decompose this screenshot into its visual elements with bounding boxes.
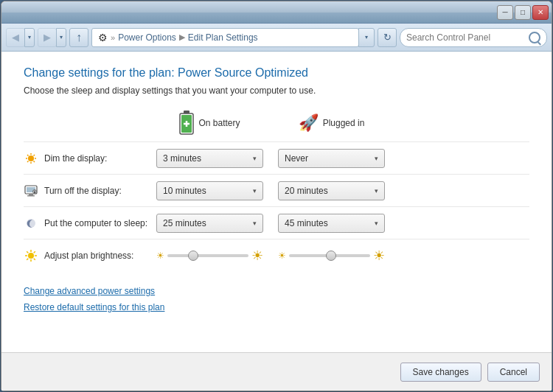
page-title: Change settings for the plan: Power Sour… bbox=[24, 66, 529, 80]
main-content: Change settings for the plan: Power Sour… bbox=[1, 52, 552, 352]
svg-line-29 bbox=[27, 258, 28, 259]
search-icon bbox=[529, 32, 540, 43]
links-section: Change advanced power settings Restore d… bbox=[24, 286, 529, 312]
restore-defaults-link[interactable]: Restore default settings for this plan bbox=[24, 302, 529, 312]
brightness-battery-thumb bbox=[188, 251, 198, 261]
turn-off-plugged-dropdown[interactable]: 20 minutes ▾ bbox=[278, 181, 385, 200]
back-button[interactable]: ◀ bbox=[6, 28, 25, 47]
plugged-in-header: 🚀 Plugged in bbox=[278, 113, 385, 133]
sun-brightness-icon bbox=[24, 248, 38, 263]
svg-rect-17 bbox=[27, 195, 35, 197]
sleep-plugged-value: 45 minutes bbox=[285, 218, 328, 228]
svg-line-13 bbox=[27, 161, 29, 162]
turn-off-plugged-value: 20 minutes bbox=[285, 186, 328, 196]
forward-dropdown-button[interactable]: ▾ bbox=[56, 28, 66, 47]
title-bar: ─ □ ✕ bbox=[1, 1, 552, 24]
brightness-battery-track bbox=[167, 254, 248, 257]
svg-point-21 bbox=[28, 253, 34, 259]
plugged-in-label: Plugged in bbox=[323, 118, 365, 128]
sleep-plugged-arrow: ▾ bbox=[375, 220, 378, 227]
moon-icon bbox=[24, 216, 38, 231]
dim-display-label: Dim the display: bbox=[24, 151, 156, 166]
brightness-battery-max-icon: ☀ bbox=[251, 248, 263, 264]
main-window: ─ □ ✕ ◀ ▾ ▶ ▾ ↑ ⚙ » Power Options ▶ Edit… bbox=[1, 1, 552, 391]
maximize-button[interactable]: □ bbox=[515, 5, 531, 20]
dim-display-plugged-arrow: ▾ bbox=[375, 155, 378, 162]
sleep-controls: 25 minutes ▾ 45 minutes ▾ bbox=[156, 214, 385, 233]
turn-off-display-controls: 10 minutes ▾ 20 minutes ▾ bbox=[156, 181, 385, 200]
refresh-button[interactable]: ↻ bbox=[378, 28, 397, 47]
table-row: Turn off the display: 10 minutes ▾ 20 mi… bbox=[24, 174, 529, 206]
on-battery-header: On battery bbox=[156, 111, 263, 136]
column-headers: On battery 🚀 Plugged in bbox=[156, 111, 529, 136]
dim-display-plugged-dropdown[interactable]: Never ▾ bbox=[278, 149, 385, 168]
dim-display-controls: 3 minutes ▾ Never ▾ bbox=[156, 149, 385, 168]
svg-line-12 bbox=[34, 155, 35, 156]
svg-line-10 bbox=[27, 155, 29, 156]
title-bar-buttons: ─ □ ✕ bbox=[497, 5, 549, 20]
turn-off-plugged-arrow: ▾ bbox=[375, 187, 378, 195]
cancel-button[interactable]: Cancel bbox=[487, 363, 540, 382]
page-subtitle: Choose the sleep and display settings th… bbox=[24, 85, 529, 96]
dim-display-text: Dim the display: bbox=[44, 153, 107, 164]
address-bar: ◀ ▾ ▶ ▾ ↑ ⚙ » Power Options ▶ Edit Plan … bbox=[1, 24, 552, 52]
brightness-plugged-max-icon: ☀ bbox=[373, 248, 385, 264]
battery-icon bbox=[179, 111, 194, 136]
dim-display-battery-value: 3 minutes bbox=[163, 153, 201, 164]
sleep-plugged-dropdown[interactable]: 45 minutes ▾ bbox=[278, 214, 385, 233]
search-input[interactable] bbox=[406, 32, 526, 43]
sleep-text: Put the computer to sleep: bbox=[44, 218, 147, 228]
svg-line-11 bbox=[34, 161, 35, 162]
back-dropdown-button[interactable]: ▾ bbox=[24, 28, 35, 47]
brightness-controls: ☀ ☀ ☀ ☀ bbox=[156, 248, 385, 264]
close-button[interactable]: ✕ bbox=[532, 5, 549, 20]
brightness-battery-slider-group: ☀ ☀ bbox=[156, 248, 263, 264]
dim-display-battery-dropdown[interactable]: 3 minutes ▾ bbox=[156, 149, 263, 168]
table-row: Dim the display: 3 minutes ▾ Never ▾ bbox=[24, 141, 529, 174]
minimize-button[interactable]: ─ bbox=[497, 5, 513, 20]
sun-orange-icon bbox=[24, 151, 38, 166]
up-button[interactable]: ↑ bbox=[69, 28, 88, 47]
dim-display-battery-arrow: ▾ bbox=[253, 155, 257, 162]
dim-display-plugged-value: Never bbox=[285, 153, 308, 164]
path-separator-1: » bbox=[111, 33, 115, 42]
sleep-label: Put the computer to sleep: bbox=[24, 216, 156, 231]
turn-off-battery-dropdown[interactable]: 10 minutes ▾ bbox=[156, 181, 263, 200]
address-path: ⚙ » Power Options ▶ Edit Plan Settings bbox=[91, 28, 359, 47]
settings-grid: Dim the display: 3 minutes ▾ Never ▾ bbox=[24, 141, 529, 271]
svg-point-5 bbox=[28, 155, 34, 161]
address-dropdown-button[interactable]: ▾ bbox=[358, 28, 375, 47]
brightness-plugged-thumb bbox=[326, 251, 336, 261]
brightness-text: Adjust plan brightness: bbox=[44, 251, 133, 261]
turn-off-battery-arrow: ▾ bbox=[253, 187, 257, 195]
brightness-plugged-track bbox=[289, 254, 370, 257]
forward-button[interactable]: ▶ bbox=[38, 28, 57, 47]
search-box[interactable] bbox=[400, 28, 547, 47]
brightness-battery-min-icon: ☀ bbox=[156, 251, 164, 261]
brightness-plugged-slider-group: ☀ ☀ bbox=[278, 248, 385, 264]
svg-rect-16 bbox=[29, 194, 33, 195]
sleep-battery-dropdown[interactable]: 25 minutes ▾ bbox=[156, 214, 263, 233]
brightness-plugged-min-icon: ☀ bbox=[278, 251, 286, 261]
turn-off-display-text: Turn off the display: bbox=[44, 186, 122, 196]
breadcrumb-power-options[interactable]: Power Options bbox=[118, 32, 176, 43]
plugged-in-icon: 🚀 bbox=[299, 113, 319, 133]
svg-line-26 bbox=[27, 251, 28, 253]
svg-rect-19 bbox=[34, 192, 35, 193]
svg-line-28 bbox=[34, 251, 35, 253]
breadcrumb-root-icon: ⚙ bbox=[98, 32, 108, 43]
monitor-icon bbox=[24, 183, 38, 198]
bottom-bar: Save changes Cancel bbox=[1, 352, 552, 391]
sleep-battery-arrow: ▾ bbox=[253, 220, 257, 227]
table-row: Put the computer to sleep: 25 minutes ▾ … bbox=[24, 206, 529, 239]
breadcrumb-edit-plan[interactable]: Edit Plan Settings bbox=[188, 32, 258, 43]
sleep-battery-value: 25 minutes bbox=[163, 218, 206, 228]
advanced-power-link[interactable]: Change advanced power settings bbox=[24, 286, 529, 296]
turn-off-display-label: Turn off the display: bbox=[24, 183, 156, 198]
brightness-label: Adjust plan brightness: bbox=[24, 248, 156, 263]
save-button[interactable]: Save changes bbox=[400, 363, 481, 382]
svg-line-27 bbox=[34, 258, 35, 259]
turn-off-battery-value: 10 minutes bbox=[163, 186, 206, 196]
brightness-row: Adjust plan brightness: ☀ ☀ ☀ bbox=[24, 239, 529, 271]
on-battery-label: On battery bbox=[198, 118, 240, 128]
